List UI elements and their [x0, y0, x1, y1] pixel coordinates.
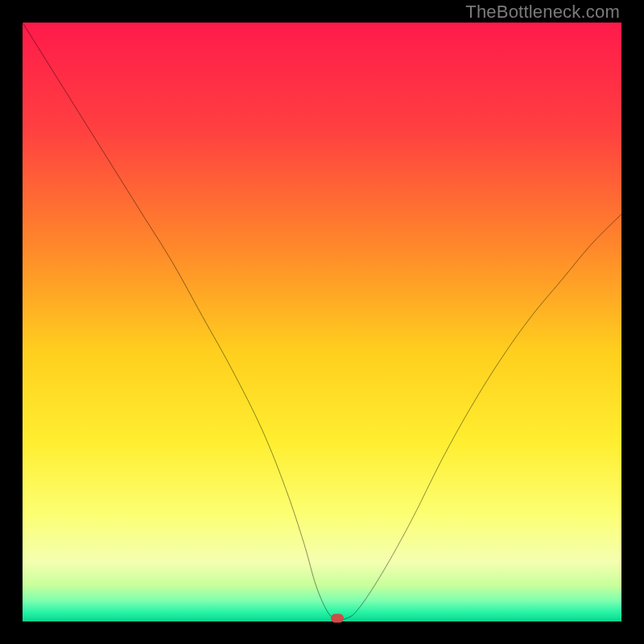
bottleneck-curve [23, 23, 621, 621]
chart-frame: TheBottleneck.com [0, 0, 644, 644]
min-point-marker [331, 614, 344, 623]
watermark-text: TheBottleneck.com [465, 2, 620, 23]
plot-area [23, 23, 621, 621]
